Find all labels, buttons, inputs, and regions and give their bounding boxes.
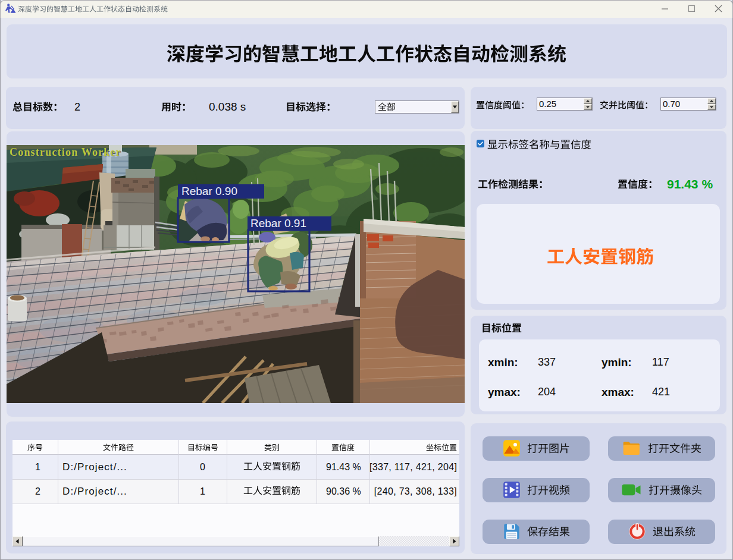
svg-text:Rebar 0.90: Rebar 0.90 <box>181 185 237 197</box>
svg-text:Rebar 0.91: Rebar 0.91 <box>250 217 306 229</box>
svg-text:Construction Worker: Construction Worker <box>10 146 121 158</box>
